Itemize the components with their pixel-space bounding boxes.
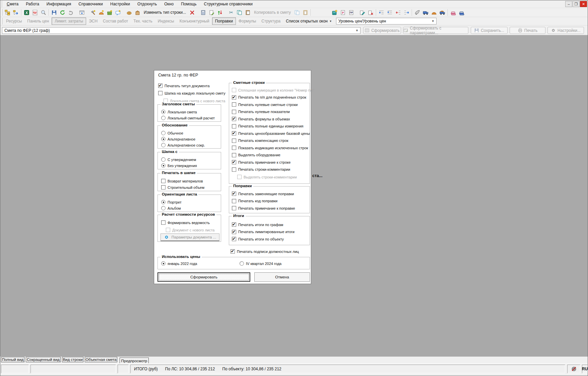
radio-ordinary[interactable]: Обычное xyxy=(161,131,183,135)
paste-bucket-icon[interactable] xyxy=(301,8,310,16)
checkbox-print-object-totals[interactable]: Печатать итоги по объекту xyxy=(232,237,284,241)
radio[interactable] xyxy=(161,163,166,168)
menu-strukturnye-spravochniki[interactable]: Структурные справочники xyxy=(200,1,256,7)
checkbox[interactable] xyxy=(161,185,166,190)
chevron-down-icon[interactable]: ▼ xyxy=(431,19,436,23)
paste-icon[interactable] xyxy=(244,8,252,16)
window-recalc-icon[interactable] xyxy=(78,8,86,16)
panel-tab-panel-cen[interactable]: Панель цен xyxy=(24,18,52,24)
menu-smeta[interactable]: Смета xyxy=(3,1,22,7)
checkbox[interactable] xyxy=(231,249,235,254)
checkbox[interactable] xyxy=(166,228,170,232)
checkbox[interactable] xyxy=(232,131,236,136)
checkbox[interactable] xyxy=(232,95,236,100)
add-comment-icon[interactable] xyxy=(114,8,122,16)
checkbox-form-statement[interactable]: Формировать ведомость xyxy=(161,220,210,225)
shift-left-red-icon[interactable] xyxy=(394,8,402,16)
panel-tab-teh-chast[interactable]: Тех. часть xyxy=(131,18,155,24)
add-work-icon[interactable] xyxy=(89,8,97,16)
radio-local-estimate[interactable]: Локальная смета xyxy=(161,110,197,114)
panel-tab-resursy[interactable]: Ресурсы xyxy=(3,18,24,24)
checkbox-print-row-compensation[interactable]: Печатать компенсацию строк xyxy=(232,139,288,143)
menu-informatsiya[interactable]: Информация xyxy=(43,1,75,7)
checkbox-print-limited-totals[interactable]: Печатать лимитированные итоги xyxy=(232,230,295,234)
panel-tab-limit-zatraty[interactable]: Лимит. затраты xyxy=(52,17,86,25)
radio[interactable] xyxy=(161,110,166,114)
doc-p-icon[interactable]: Р xyxy=(339,8,347,16)
checkbox-print-comment-rows[interactable]: Печатать строки-комментарии xyxy=(232,167,290,172)
close-button[interactable]: ✕ xyxy=(580,1,587,7)
radio[interactable] xyxy=(161,206,166,210)
price-level-combobox[interactable]: Уровень цен/Уровень цен ▼ xyxy=(336,18,437,24)
checkbox-material-return[interactable]: Возврат материалов xyxy=(161,179,203,183)
norm-book-icon[interactable] xyxy=(330,8,339,16)
checkbox[interactable] xyxy=(232,124,236,128)
panel-tab-struktura[interactable]: Структура xyxy=(259,18,283,24)
checkbox[interactable] xyxy=(232,222,236,227)
checkbox-print-full-units[interactable]: Печатать полные единицы измерения xyxy=(232,124,304,128)
radio-local-estimate-calc[interactable]: Локальный сметный расчет xyxy=(161,116,215,120)
checkbox[interactable] xyxy=(237,175,242,179)
checkbox-construction-volume[interactable]: Строительный объем xyxy=(161,185,204,190)
material-icon[interactable] xyxy=(125,8,133,16)
truck-icon[interactable] xyxy=(421,8,430,16)
status-info-panel[interactable]: i xyxy=(567,365,580,373)
panel-tab-formuly[interactable]: Формулы xyxy=(236,18,259,24)
search-icon[interactable] xyxy=(39,8,48,16)
radio-alternative-short[interactable]: Альтернативное сокр. xyxy=(161,143,205,147)
checkbox[interactable] xyxy=(232,206,236,210)
add-section-icon[interactable] xyxy=(106,8,114,16)
checkbox[interactable] xyxy=(232,237,236,241)
checkbox[interactable] xyxy=(158,84,162,88)
panel-tab-konyunkturny[interactable]: Конъюнктурный xyxy=(177,18,212,24)
toolbar-grip[interactable] xyxy=(1,1,2,7)
checkbox-print-replacing-corrections[interactable]: Печатать заменяющие поправки xyxy=(232,192,294,196)
document-params-button[interactable]: Параметры документа ... xyxy=(160,233,219,241)
cancel-button[interactable]: Отмена xyxy=(254,272,310,282)
radio-q4-2024[interactable]: IV квартал 2024 года xyxy=(240,261,281,266)
radio[interactable] xyxy=(161,116,166,120)
copy-to-estimate-button[interactable]: Копировать в смету xyxy=(252,8,293,16)
checkbox-show-excluded-rows[interactable]: Показать индикацию исключенных строк xyxy=(232,146,308,150)
checkbox[interactable] xyxy=(232,230,236,234)
tree-full-view-icon[interactable] xyxy=(3,8,12,16)
outdent-blue-icon[interactable] xyxy=(377,8,386,16)
save-report-button[interactable]: Сохранить... xyxy=(471,27,508,34)
menu-otdohnut[interactable]: Отдохнуть xyxy=(134,1,160,7)
tab-object-estimate[interactable]: Объектная смета xyxy=(85,357,117,362)
toolbar-grip[interactable] xyxy=(1,9,2,16)
print-button[interactable]: Печать xyxy=(510,27,545,34)
books-blue-icon[interactable] xyxy=(457,8,466,16)
form-button[interactable]: Сформировать xyxy=(157,272,250,282)
panel-tab-esn[interactable]: ЭСН xyxy=(86,18,100,24)
report-settings-button[interactable]: Настройки... xyxy=(547,27,584,34)
radio-without-approval[interactable]: Без утверждения xyxy=(161,163,197,168)
checkbox-header-each-estimate[interactable]: Шапка на каждую локальную смету xyxy=(158,91,225,95)
checkbox-document-new-page[interactable]: Документ с нового листа xyxy=(166,228,214,232)
radio[interactable] xyxy=(161,137,166,141)
checkbox[interactable] xyxy=(232,88,236,92)
checkbox-print-row-note[interactable]: Печатать примечание к строке xyxy=(232,160,290,164)
checkbox[interactable] xyxy=(161,179,166,183)
toolbar-grip[interactable] xyxy=(1,18,2,24)
minimize-button[interactable]: – xyxy=(565,1,572,7)
undo-icon[interactable] xyxy=(67,8,75,16)
checkbox-print-official-signatures[interactable]: Печатать подписи должностных лиц xyxy=(231,249,299,254)
equipment-box-icon[interactable] xyxy=(133,8,142,16)
excel-export-icon[interactable]: X xyxy=(22,8,31,16)
menu-rabota[interactable]: Работа xyxy=(22,1,43,7)
checkbox-print-zero-rows[interactable]: Печатать нулевые сметные строки xyxy=(232,102,298,107)
checkbox[interactable] xyxy=(232,102,236,107)
truck-cargo-icon[interactable] xyxy=(438,8,447,16)
checkbox-print-sub-numbers[interactable]: Печатать № п/п для подчинённых строк xyxy=(232,95,306,100)
checkbox[interactable] xyxy=(232,146,236,150)
shift-right-blue-icon[interactable] xyxy=(402,8,411,16)
checkbox[interactable] xyxy=(232,192,236,196)
radio[interactable] xyxy=(161,131,166,135)
menu-nastroyki[interactable]: Настройки xyxy=(107,1,134,7)
radio-alternative[interactable]: Альтернативное xyxy=(161,137,195,141)
maximize-button[interactable]: ❐ xyxy=(573,1,580,7)
checkbox[interactable] xyxy=(232,160,236,164)
remove-template-icon[interactable] xyxy=(367,8,375,16)
checkbox-print-zero-indicators[interactable]: Печатать нулевые показатели xyxy=(232,110,290,114)
